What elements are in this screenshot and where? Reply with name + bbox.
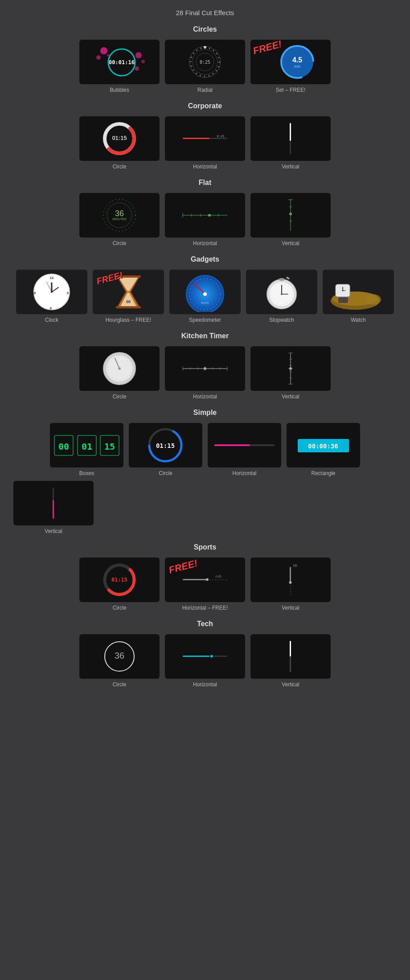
thumb-flat-circle: 36 MINUTES: [79, 193, 160, 238]
svg-rect-66: [286, 276, 290, 279]
item-sports-horiz-free[interactable]: FREE! 0:45 Horizontal – FREE!: [165, 558, 245, 611]
label-tech-circle: Circle: [113, 681, 127, 688]
item-corp-vert[interactable]: Vertical: [250, 116, 331, 170]
svg-point-36: [208, 214, 211, 217]
svg-point-62: [203, 292, 207, 296]
svg-text:MINUTES: MINUTES: [112, 217, 127, 221]
item-corp-horiz[interactable]: 0:45 Horizontal: [165, 116, 245, 170]
section-tech: Tech 36 Circle Horizontal: [0, 620, 410, 688]
section-simple: Simple 00 01 15 Boxes: [0, 409, 410, 534]
label-simple-circle: Circle: [159, 470, 172, 476]
item-bubbles[interactable]: 00:01:16 Bubbles: [79, 40, 160, 93]
svg-point-6: [141, 60, 145, 63]
svg-rect-75: [340, 296, 346, 302]
item-simple-circle[interactable]: 01:15 Circle: [129, 423, 202, 476]
thumb-clock: 12 3 6 9: [16, 270, 87, 314]
label-corp-vert: Vertical: [282, 164, 299, 170]
item-simple-boxes[interactable]: 00 01 15 Boxes: [50, 423, 123, 476]
svg-rect-135: [183, 656, 212, 657]
thumb-radial: 0:25: [165, 40, 245, 84]
item-sports-vert[interactable]: 36 Vertical: [250, 558, 331, 611]
label-corp-horiz: Horizontal: [193, 164, 217, 170]
svg-point-5: [135, 52, 142, 58]
item-tech-vert[interactable]: Vertical: [250, 634, 331, 688]
svg-text:0:45: 0:45: [215, 575, 221, 578]
thumb-kt-vert: [250, 346, 331, 391]
item-flat-vert[interactable]: Vertical: [250, 193, 331, 246]
item-tech-circle[interactable]: 36 Circle: [79, 634, 160, 688]
svg-text:12: 12: [50, 276, 54, 280]
svg-rect-22: [183, 138, 209, 139]
thumb-stopwatch: [246, 270, 317, 314]
svg-rect-125: [183, 579, 207, 580]
label-flat-horiz: Horizontal: [193, 240, 217, 246]
section-title-sports: Sports: [0, 543, 410, 551]
svg-point-0: [100, 47, 107, 54]
section-kitchen-timer: Kitchen Timer Circle: [0, 332, 410, 400]
svg-point-1: [96, 55, 101, 60]
item-watch[interactable]: Watch: [323, 270, 394, 323]
section-title-flat: Flat: [0, 179, 410, 187]
thumb-sports-horiz-free: FREE! 0:45: [165, 558, 245, 602]
item-kt-vert[interactable]: Vertical: [250, 346, 331, 400]
item-flat-circle[interactable]: 36 MINUTES Circle: [79, 193, 160, 246]
thumb-simple-horiz: [208, 423, 281, 467]
page-title: 28 Final Cut Effects: [0, 9, 410, 16]
label-stopwatch: Stopwatch: [269, 317, 294, 323]
item-sports-circle[interactable]: 01:15 Circle: [79, 558, 160, 611]
item-tech-horiz[interactable]: Horizontal: [165, 634, 245, 688]
item-kt-horiz[interactable]: Horizontal: [165, 346, 245, 400]
svg-point-42: [289, 213, 292, 215]
item-flat-horiz[interactable]: Horizontal: [165, 193, 245, 246]
svg-point-12: [204, 46, 206, 49]
thumb-flat-vert: [250, 193, 331, 238]
section-title-gadgets: Gadgets: [0, 255, 410, 263]
thumb-speedometer: km/h: [169, 270, 241, 314]
thumb-bubbles: 00:01:16: [79, 40, 160, 84]
thumb-kt-circle: [79, 346, 160, 391]
svg-text:00:00:36: 00:00:36: [308, 443, 338, 450]
label-simple-rect: Rectangle: [311, 470, 335, 476]
svg-point-126: [206, 578, 209, 581]
svg-text:4.5: 4.5: [292, 56, 302, 64]
thumb-sports-vert: 36: [250, 558, 331, 602]
label-clock: Clock: [45, 317, 58, 323]
thumb-simple-boxes: 00 01 15: [50, 423, 123, 467]
item-stopwatch[interactable]: Stopwatch: [246, 270, 317, 323]
item-radial[interactable]: 0:25 Radial: [165, 40, 245, 93]
item-simple-vert[interactable]: Vertical: [13, 481, 94, 534]
thumb-corp-circle: 01:15: [79, 116, 160, 161]
thumb-tech-circle: 36: [79, 634, 160, 679]
svg-point-80: [342, 290, 343, 291]
svg-rect-138: [290, 641, 291, 656]
section-title-circles: Circles: [0, 25, 410, 33]
section-title-corporate: Corporate: [0, 102, 410, 110]
item-simple-horiz[interactable]: Horizontal: [208, 423, 281, 476]
item-speedometer[interactable]: km/h Speedometer: [169, 270, 241, 323]
item-set-free[interactable]: FREE! 4.5 min Set – FREE!: [250, 40, 331, 93]
svg-rect-57: [116, 306, 141, 308]
thumb-corp-horiz: 0:45: [165, 116, 245, 161]
svg-rect-120: [53, 500, 54, 519]
svg-text:0:25: 0:25: [200, 60, 210, 65]
svg-rect-116: [214, 444, 250, 446]
section-corporate: Corporate 01:15 Circle 0:45 Hori: [0, 102, 410, 170]
item-simple-rect[interactable]: 00:00:36 Rectangle: [287, 423, 360, 476]
thumb-simple-vert: [13, 481, 94, 525]
thumb-set-free: FREE! 4.5 min: [250, 40, 331, 84]
thumb-simple-rect: 00:00:36: [287, 423, 360, 467]
label-sports-vert: Vertical: [282, 605, 299, 611]
label-simple-vert: Vertical: [45, 528, 62, 534]
item-kt-circle[interactable]: Circle: [79, 346, 160, 400]
item-corp-circle[interactable]: 01:15 Circle: [79, 116, 160, 170]
thumb-kt-horiz: [165, 346, 245, 391]
item-hourglass[interactable]: FREE! 00 Hourgla: [93, 270, 164, 323]
section-title-simple: Simple: [0, 409, 410, 417]
item-clock[interactable]: 12 3 6 9 Clock: [16, 270, 87, 323]
svg-text:36: 36: [115, 209, 124, 218]
svg-point-136: [210, 655, 213, 658]
svg-text:15: 15: [104, 441, 115, 451]
label-kt-vert: Vertical: [282, 394, 299, 400]
label-watch: Watch: [351, 317, 366, 323]
svg-text:km/h: km/h: [201, 301, 209, 305]
